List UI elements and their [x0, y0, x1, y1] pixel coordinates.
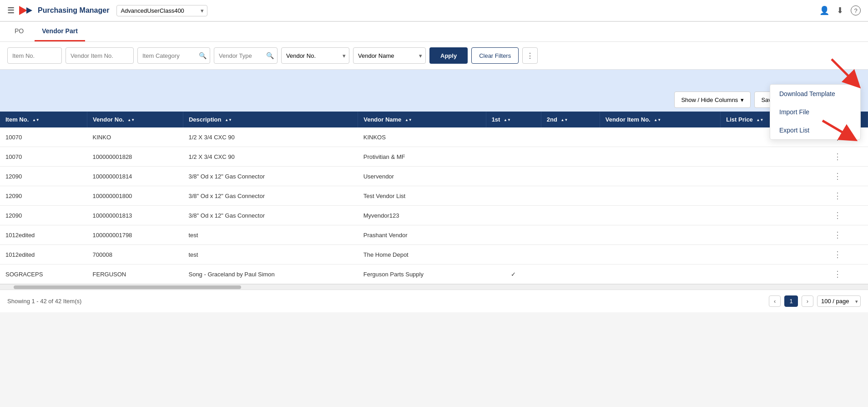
pagination: ‹ 1 › 100 / page 25 / page 50 / page 200…	[769, 295, 861, 307]
row-actions-menu[interactable]: ⋮	[833, 152, 843, 161]
dropdown-menu: Download Template Import File Export Lis…	[770, 84, 861, 140]
cell-2nd	[541, 225, 600, 245]
cell-1st	[486, 206, 541, 225]
col-vendor-no[interactable]: Vendor No. ▲▼	[87, 112, 183, 127]
row-actions-menu[interactable]: ⋮	[833, 270, 843, 279]
item-category-wrapper: 🔍	[137, 47, 210, 64]
row-actions-menu[interactable]: ⋮	[833, 230, 843, 239]
cell-actions[interactable]: ⋮	[808, 147, 868, 167]
vendor-name-wrapper: Vendor Name	[353, 47, 426, 64]
cell-description: 3/8" Od x 12" Gas Connector	[183, 206, 358, 225]
cell-vendor-item-no	[600, 265, 721, 284]
cell-vendor-name: Test Vendor List	[358, 186, 486, 206]
cell-description: 3/8" Od x 12" Gas Connector	[183, 167, 358, 186]
cell-vendor-name: Protivitian & MF	[358, 147, 486, 167]
table-row: 12090 100000001813 3/8" Od x 12" Gas Con…	[0, 206, 868, 225]
footer: Showing 1 - 42 of 42 Item(s) ‹ 1 › 100 /…	[0, 290, 868, 312]
cell-list-price	[721, 225, 808, 245]
page-1-button[interactable]: 1	[784, 295, 797, 307]
tab-vendor-part[interactable]: Vendor Part	[35, 22, 85, 41]
horizontal-scrollbar[interactable]	[0, 284, 868, 290]
row-actions-menu[interactable]: ⋮	[833, 191, 843, 200]
row-actions-menu[interactable]: ⋮	[833, 250, 843, 259]
vendor-no-select[interactable]: Vendor No.	[281, 47, 349, 64]
col-vendor-item-no[interactable]: Vendor Item No. ▲▼	[600, 112, 721, 127]
cell-2nd	[541, 147, 600, 167]
cell-vendor-no: 100000001814	[87, 167, 183, 186]
cell-actions[interactable]: ⋮	[808, 167, 868, 186]
user-profile-icon[interactable]: 👤	[819, 5, 829, 15]
table-row: 12090 100000001800 3/8" Od x 12" Gas Con…	[0, 186, 868, 206]
col-item-no[interactable]: Item No. ▲▼	[0, 112, 87, 127]
page-size-select[interactable]: 100 / page 25 / page 50 / page 200 / pag…	[817, 295, 861, 307]
cell-vendor-no: 100000001798	[87, 225, 183, 245]
clear-filters-button[interactable]: Clear Filters	[471, 47, 519, 64]
prev-page-button[interactable]: ‹	[769, 295, 781, 307]
cell-1st	[486, 225, 541, 245]
cell-description: 1/2 X 3/4 CXC 90	[183, 147, 358, 167]
more-options-button[interactable]: ⋮	[522, 47, 538, 64]
sort-icon-1st: ▲▼	[504, 118, 511, 122]
apply-button[interactable]: Apply	[429, 47, 468, 64]
import-file-item[interactable]: Import File	[770, 103, 860, 121]
cell-list-price	[721, 206, 808, 225]
cell-1st: ✓	[486, 265, 541, 284]
cell-list-price	[721, 147, 808, 167]
cell-1st	[486, 245, 541, 265]
item-no-input[interactable]	[7, 47, 62, 64]
cell-2nd	[541, 265, 600, 284]
vendor-name-select[interactable]: Vendor Name	[353, 47, 426, 64]
tab-po[interactable]: PO	[7, 22, 31, 41]
table-row: SOGRACEPS FERGUSON Song - Graceland by P…	[0, 265, 868, 284]
table-container: Item No. ▲▼ Vendor No. ▲▼ Description ▲▼…	[0, 112, 868, 290]
sort-icon-item-no: ▲▼	[32, 118, 40, 122]
col-vendor-name[interactable]: Vendor Name ▲▼	[358, 112, 486, 127]
cell-vendor-item-no	[600, 225, 721, 245]
cell-vendor-no: 100000001800	[87, 186, 183, 206]
cell-list-price	[721, 186, 808, 206]
show-hide-columns-button[interactable]: Show / Hide Columns ▾	[674, 92, 751, 108]
cell-actions[interactable]: ⋮	[808, 225, 868, 245]
cell-vendor-item-no	[600, 245, 721, 265]
cell-actions[interactable]: ⋮	[808, 245, 868, 265]
next-page-button[interactable]: ›	[802, 295, 813, 307]
cell-actions[interactable]: ⋮	[808, 265, 868, 284]
cell-item-no: 12090	[0, 206, 87, 225]
cell-vendor-item-no	[600, 206, 721, 225]
table-row: 1012edited 100000001798 test Prashant Ve…	[0, 225, 868, 245]
app-title: Purchasing Manager	[38, 6, 109, 15]
cell-vendor-name: Myvendor123	[358, 206, 486, 225]
cell-vendor-item-no	[600, 186, 721, 206]
cell-1st	[486, 147, 541, 167]
cell-vendor-no: 700008	[87, 245, 183, 265]
col-2nd[interactable]: 2nd ▲▼	[541, 112, 600, 127]
row-actions-menu[interactable]: ⋮	[833, 211, 843, 220]
vendor-item-no-input[interactable]	[66, 47, 134, 64]
cell-actions[interactable]: ⋮	[808, 206, 868, 225]
header-right: 👤 ⬇ ?	[819, 5, 861, 15]
cell-vendor-item-no	[600, 167, 721, 186]
logo-blue-arrow	[26, 7, 32, 14]
row-actions-menu[interactable]: ⋮	[833, 172, 843, 181]
user-select[interactable]: AdvancedUserClass400	[116, 5, 207, 16]
download-template-item[interactable]: Download Template	[770, 85, 860, 103]
col-description[interactable]: Description ▲▼	[183, 112, 358, 127]
cell-description: test	[183, 245, 358, 265]
info-bar	[0, 70, 868, 88]
hamburger-menu[interactable]: ☰	[7, 5, 15, 15]
cell-2nd	[541, 186, 600, 206]
cell-actions[interactable]: ⋮	[808, 186, 868, 206]
item-category-search-icon: 🔍	[199, 52, 207, 59]
chevron-down-icon: ▾	[741, 97, 744, 103]
col-1st[interactable]: 1st ▲▼	[486, 112, 541, 127]
cell-1st	[486, 127, 541, 147]
help-icon[interactable]: ?	[851, 5, 861, 15]
cell-vendor-no: 100000001813	[87, 206, 183, 225]
tabs-bar: PO Vendor Part	[0, 22, 868, 42]
export-list-item[interactable]: Export List	[770, 121, 860, 139]
download-icon[interactable]: ⬇	[837, 5, 843, 15]
cell-description: test	[183, 225, 358, 245]
scrollbar-thumb[interactable]	[14, 285, 241, 289]
cell-item-no: 12090	[0, 186, 87, 206]
sort-icon-list-price: ▲▼	[756, 118, 763, 122]
